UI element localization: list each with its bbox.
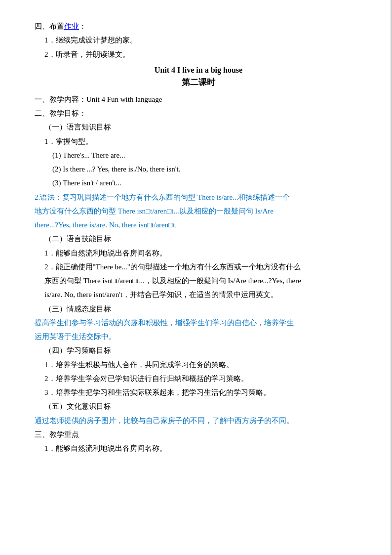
subsection4-item2: 2．培养学生学会对已学知识进行自行归纳和概括的学习策略。 [35,372,362,385]
pattern2: (2) Is there ...? Yes, there is./No, the… [35,163,362,175]
subsection5-label: （五）文化意识目标 [35,400,362,413]
subsection2-label: （二）语言技能目标 [35,232,362,245]
subsection4-item3: 3．培养学生把学习和生活实际联系起来，把学习生活化的学习策略。 [35,386,362,399]
section3-item1: 1．能够自然流利地说出各房间名称。 [35,442,362,455]
section-homework: 四、布置作业： 1．继续完成设计梦想的家。 2．听录音，并朗读课文。 [35,20,362,61]
section3-heading: 三、教学重点 [35,428,362,441]
subsection2-item2-line2: 东西的句型 There isn□t/aren□t...，以及相应的一般疑问句 I… [35,274,362,287]
grammar-line2: 地方没有什么东西的句型 There isn□t/aren□t...以及相应的一般… [35,205,362,217]
subsection3-label: （三）情感态度目标 [35,302,362,315]
subsection3-line1: 提高学生们参与学习活动的兴趣和积极性，增强学生们学习的自信心，培养学生 [35,316,362,329]
teaching-goals-heading: 二、教学目标： [35,107,362,120]
subsection3-line2: 运用英语于生活交际中。 [35,330,362,343]
subsection5-content: 通过老师提供的房子图片，比较与自己家房子的不同，了解中西方房子的不同。 [35,414,362,427]
subsection1-item1: 1．掌握句型。 [35,135,362,148]
pattern1: (1) There's... There are... [35,149,362,162]
homework-heading: 四、布置作业： [35,20,362,33]
homework-heading-text: 四、布置 [35,22,64,30]
subsection2-item2-line1: 2．能正确使用"There be..."的句型描述一个地方有什么东西或一个地方没… [35,260,362,273]
teaching-content-text: 一、教学内容：Unit 4 Fun with language [35,95,162,103]
subsection4-item1: 1．培养学生积极与他人合作，共同完成学习任务的策略。 [35,358,362,371]
page-container: 四、布置作业： 1．继续完成设计梦想的家。 2．听录音，并朗读课文。 Unit … [0,0,392,555]
homework-item2: 2．听录音，并朗读课文。 [35,48,362,61]
unit-title: Unit 4 I live in a big house [35,66,362,75]
teaching-content: 一、教学内容：Unit 4 Fun with language [35,93,362,106]
grammar-line1: 2.语法：复习巩固描述一个地方有什么东西的句型 There is/are...和… [35,191,362,204]
pattern3: (3) There isn't / aren't... [35,176,362,189]
lesson-title: 第二课时 [35,77,362,88]
homework-link[interactable]: 作业 [64,22,79,30]
subsection2-item2-line3: is/are. No, there isnt/aren't，并结合已学知识，在适… [35,288,362,301]
subsection1-label: （一）语言知识目标 [35,121,362,133]
homework-heading-suffix: ： [79,22,86,30]
grammar-line3: there...?Yes, there is/are. No, there is… [35,218,362,231]
subsection4-label: （四）学习策略目标 [35,344,362,357]
subsection2-item1: 1．能够自然流利地说出各房间名称。 [35,247,362,259]
homework-item1: 1．继续完成设计梦想的家。 [35,34,362,46]
